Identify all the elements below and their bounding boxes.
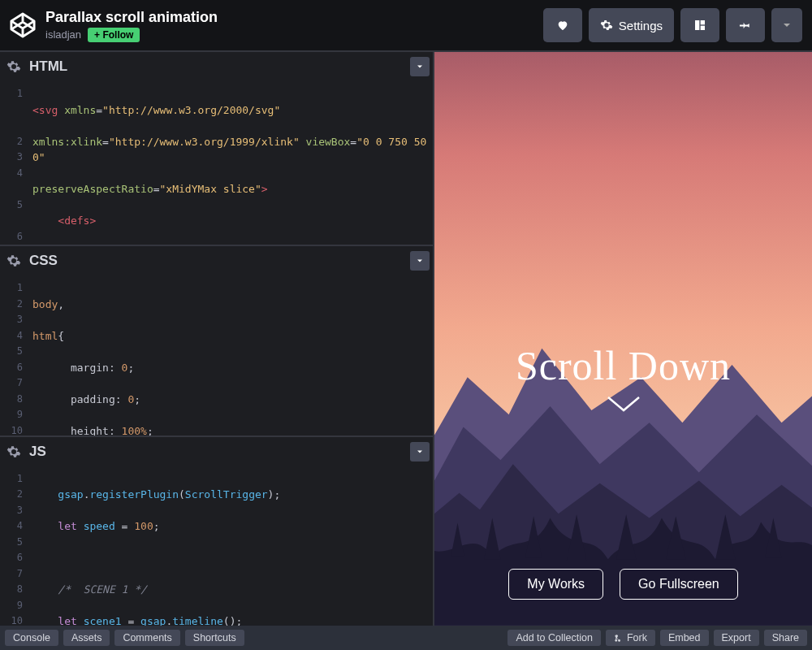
gear-icon bbox=[600, 19, 613, 32]
author-link[interactable]: isladjan bbox=[45, 28, 81, 41]
header-bar: Parallax scroll animation isladjan + Fol… bbox=[0, 0, 812, 50]
comments-button[interactable]: Comments bbox=[114, 630, 179, 646]
chevron-down-icon bbox=[434, 394, 812, 415]
main-area: HTML 123456 <<svgsvg xmlns="http://www.w… bbox=[0, 50, 812, 626]
svg-rect-1 bbox=[701, 20, 705, 24]
footer-left: Console Assets Comments Shortcuts bbox=[5, 630, 244, 646]
svg-rect-0 bbox=[695, 20, 699, 30]
footer-right: Add to Collection Fork Embed Export Shar… bbox=[508, 630, 807, 646]
chevron-down-icon bbox=[415, 447, 425, 457]
settings-label: Settings bbox=[619, 19, 663, 32]
js-pane-header: JS bbox=[0, 437, 433, 466]
js-pane-title: JS bbox=[29, 444, 46, 460]
svg-rect-2 bbox=[701, 26, 705, 30]
like-button[interactable] bbox=[543, 8, 582, 42]
pin-button[interactable] bbox=[726, 8, 765, 42]
html-code-area[interactable]: 123456 <<svgsvg xmlns="http://www.w3.org… bbox=[0, 81, 433, 245]
editors-column: HTML 123456 <<svgsvg xmlns="http://www.w… bbox=[0, 52, 434, 626]
shortcuts-button[interactable]: Shortcuts bbox=[185, 630, 244, 646]
gear-icon[interactable] bbox=[6, 444, 21, 459]
go-fullscreen-button[interactable]: Go Fullscreen bbox=[620, 569, 738, 600]
more-button[interactable] bbox=[771, 8, 802, 42]
settings-button[interactable]: Settings bbox=[589, 8, 674, 42]
css-code-area[interactable]: 12345678910 body, html{ margin: 0; paddi… bbox=[0, 275, 433, 435]
my-works-button[interactable]: My Works bbox=[508, 569, 603, 600]
html-pane-title: HTML bbox=[29, 58, 67, 75]
css-editor-pane: CSS 12345678910 body, html{ margin: 0; p… bbox=[0, 246, 433, 436]
codepen-logo[interactable] bbox=[10, 12, 36, 38]
html-pane-menu[interactable] bbox=[410, 57, 430, 76]
preview-buttons: My Works Go Fullscreen bbox=[434, 569, 812, 600]
embed-button[interactable]: Embed bbox=[660, 630, 709, 646]
css-pane-title: CSS bbox=[29, 253, 58, 269]
scroll-down-text: Scroll Down bbox=[434, 342, 812, 415]
chevron-down-icon bbox=[415, 62, 425, 72]
heart-icon bbox=[556, 19, 569, 32]
preview-pane[interactable]: Scroll Down My Works Go Fullscreen bbox=[434, 52, 812, 626]
layout-button[interactable] bbox=[680, 8, 719, 42]
add-collection-button[interactable]: Add to Collection bbox=[508, 630, 601, 646]
js-editor-pane: JS 12345678910 gsap.registerPlugin(Scrol… bbox=[0, 437, 433, 626]
css-pane-menu[interactable] bbox=[410, 251, 430, 271]
html-editor-pane: HTML 123456 <<svgsvg xmlns="http://www.w… bbox=[0, 52, 433, 246]
html-pane-header: HTML bbox=[0, 52, 433, 81]
console-button[interactable]: Console bbox=[5, 630, 58, 646]
gear-icon[interactable] bbox=[6, 59, 21, 74]
fork-icon bbox=[614, 634, 623, 643]
chevron-down-icon bbox=[780, 19, 793, 32]
assets-button[interactable]: Assets bbox=[63, 630, 110, 646]
header-left: Parallax scroll animation isladjan + Fol… bbox=[10, 9, 218, 42]
gear-icon[interactable] bbox=[6, 254, 21, 268]
chevron-down-icon bbox=[415, 256, 425, 266]
pin-icon bbox=[739, 19, 752, 32]
header-right: Settings bbox=[543, 8, 802, 42]
follow-button[interactable]: + Follow bbox=[88, 28, 140, 42]
export-button[interactable]: Export bbox=[714, 630, 759, 646]
js-code-area[interactable]: 12345678910 gsap.registerPlugin(ScrollTr… bbox=[0, 466, 433, 626]
js-pane-menu[interactable] bbox=[410, 442, 430, 462]
layout-icon bbox=[693, 19, 706, 32]
share-button[interactable]: Share bbox=[764, 630, 807, 646]
pen-title[interactable]: Parallax scroll animation bbox=[45, 9, 218, 26]
fork-button[interactable]: Fork bbox=[606, 630, 655, 646]
css-pane-header: CSS bbox=[0, 246, 433, 275]
footer-bar: Console Assets Comments Shortcuts Add to… bbox=[0, 626, 812, 650]
